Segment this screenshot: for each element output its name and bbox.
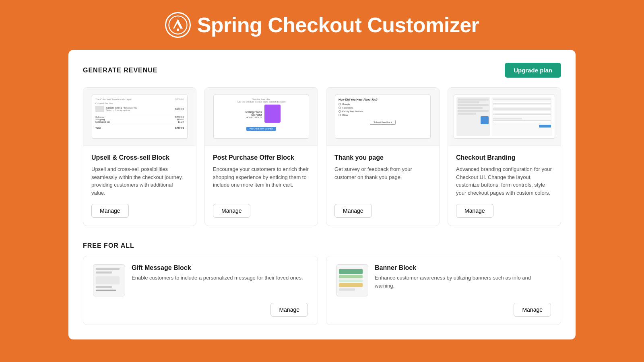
- banner-block-card-top: Banner Block Enhance customer awareness …: [336, 264, 551, 296]
- svg-rect-3: [177, 29, 179, 31]
- upsell-desc: Upsell and cross-sell possibilities seam…: [91, 165, 188, 197]
- upsell-title: Upsell & Cross-sell Block: [91, 154, 188, 161]
- post-purchase-title: Post Purchase Offer Block: [213, 154, 310, 161]
- gift-message-card-top: Gift Message Block Enable customers to i…: [93, 264, 308, 296]
- logo-icon: [165, 12, 191, 38]
- checkout-branding-title: Checkout Branding: [456, 154, 553, 161]
- upsell-card-body: Upsell & Cross-sell Block Upsell and cro…: [83, 146, 196, 226]
- gift-message-title: Gift Message Block: [132, 264, 303, 272]
- thank-you-preview: How Did You Hear About Us? Google Facebo…: [326, 88, 439, 146]
- app-title: Spring Checkout Customizer: [197, 13, 479, 37]
- banner-block-desc: Enhance customer awareness by utilizing …: [375, 274, 551, 290]
- thank-you-title: Thank you page: [334, 154, 431, 161]
- banner-block-info: Banner Block Enhance customer awareness …: [375, 264, 551, 290]
- banner-block-thumb: [336, 264, 368, 296]
- app-header: Spring Checkout Customizer: [165, 12, 479, 38]
- free-for-all-title: FREE FOR ALL: [83, 242, 561, 249]
- main-content: GENERATE REVENUE Upgrade plan The Collec…: [68, 50, 576, 339]
- post-purchase-desc: Encourage your customers to enrich their…: [213, 165, 310, 197]
- checkout-branding-card: Checkout Branding Advanced branding conf…: [448, 87, 561, 226]
- gift-message-thumb: [93, 264, 125, 296]
- banner-block-card: Banner Block Enhance customer awareness …: [326, 256, 561, 325]
- gift-message-desc: Enable customers to include a personaliz…: [132, 274, 303, 282]
- post-purchase-card-body: Post Purchase Offer Block Encourage your…: [205, 146, 318, 226]
- checkout-branding-card-body: Checkout Branding Advanced branding conf…: [448, 146, 561, 226]
- upsell-manage-button[interactable]: Manage: [91, 204, 129, 218]
- generate-revenue-title: GENERATE REVENUE: [83, 67, 158, 74]
- thank-you-manage-button[interactable]: Manage: [334, 204, 372, 218]
- upgrade-plan-button[interactable]: Upgrade plan: [505, 63, 561, 78]
- thank-you-card: How Did You Hear About Us? Google Facebo…: [326, 87, 440, 226]
- generate-revenue-cards: The Collective Snowboard - Liquid $769.9…: [83, 87, 561, 226]
- checkout-branding-preview: [448, 88, 561, 146]
- gift-message-manage-button[interactable]: Manage: [270, 303, 308, 317]
- gift-message-card: Gift Message Block Enable customers to i…: [83, 256, 318, 325]
- thank-you-card-body: Thank you page Get survey or feedback fr…: [326, 146, 439, 226]
- banner-block-title: Banner Block: [375, 264, 551, 272]
- checkout-branding-desc: Advanced branding configuration for your…: [456, 165, 553, 197]
- banner-block-manage-button[interactable]: Manage: [514, 303, 551, 317]
- free-for-all-cards: Gift Message Block Enable customers to i…: [83, 256, 561, 325]
- post-purchase-card: Get this free offerAdd the product to yo…: [204, 87, 318, 226]
- gift-message-footer: Manage: [93, 303, 308, 317]
- upsell-card: The Collective Snowboard - Liquid $769.9…: [83, 87, 196, 226]
- generate-revenue-header: GENERATE REVENUE Upgrade plan: [83, 63, 561, 78]
- gift-message-info: Gift Message Block Enable customers to i…: [132, 264, 303, 282]
- checkout-branding-manage-button[interactable]: Manage: [456, 204, 493, 218]
- post-purchase-preview: Get this free offerAdd the product to yo…: [205, 88, 318, 146]
- thank-you-desc: Get survey or feedback from your custome…: [334, 165, 431, 197]
- post-purchase-manage-button[interactable]: Manage: [213, 204, 250, 218]
- banner-block-footer: Manage: [336, 303, 551, 317]
- upsell-preview: The Collective Snowboard - Liquid $769.9…: [83, 88, 196, 146]
